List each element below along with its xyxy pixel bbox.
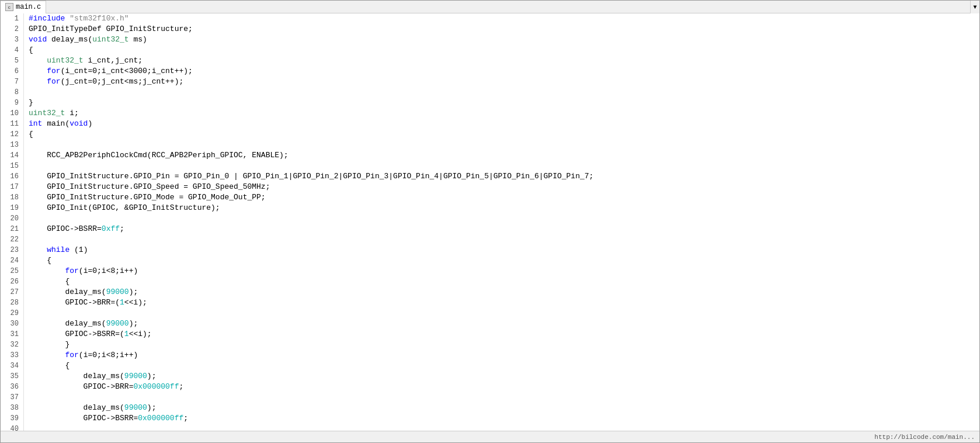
code-segment: for bbox=[65, 266, 78, 276]
line-number: 7 bbox=[1, 77, 21, 87]
code-segment: delay_ms( bbox=[29, 403, 124, 413]
code-segment: << bbox=[124, 297, 134, 308]
code-segment bbox=[29, 350, 65, 361]
line-number: 10 bbox=[1, 108, 21, 119]
line-number: -4 bbox=[1, 45, 21, 56]
code-segment: GPIO_Init(GPIOC, &GPIO_InitStructure); bbox=[29, 203, 220, 213]
code-segment: GPIOC->BRR=( bbox=[29, 297, 120, 308]
code-segment: 0xff bbox=[102, 224, 120, 234]
code-segment: delay_ms( bbox=[47, 34, 92, 45]
code-line bbox=[29, 87, 979, 98]
code-segment: i; bbox=[65, 108, 78, 119]
line-number: 38 bbox=[1, 403, 21, 413]
line-number: 5 bbox=[1, 56, 21, 66]
line-number: 20 bbox=[1, 213, 21, 224]
code-line: delay_ms(99000); bbox=[29, 319, 979, 329]
code-segment: ); bbox=[129, 287, 138, 297]
code-line: while (1) bbox=[29, 245, 979, 255]
line-number: 35 bbox=[1, 371, 21, 382]
line-number: -26 bbox=[1, 276, 21, 287]
code-line: int main(void) bbox=[29, 119, 979, 129]
c-file-icon: c bbox=[5, 3, 13, 11]
line-number: 11 bbox=[1, 119, 21, 129]
code-segment: 0x000000ff bbox=[138, 413, 183, 424]
line-number: 6 bbox=[1, 66, 21, 77]
code-line bbox=[29, 234, 979, 245]
code-segment: (i=0;i<8;i++) bbox=[79, 266, 138, 276]
line-number: 16 bbox=[1, 171, 21, 182]
line-number: -24 bbox=[1, 255, 21, 266]
code-segment bbox=[29, 66, 47, 77]
code-line: { bbox=[29, 129, 979, 140]
code-line: { bbox=[29, 276, 979, 287]
code-segment: for bbox=[47, 66, 60, 77]
line-number: 25 bbox=[1, 266, 21, 276]
code-line: GPIOC->BSRR=0x000000ff; bbox=[29, 413, 979, 424]
code-segment: { bbox=[29, 129, 33, 140]
tab-filename: main.c bbox=[16, 3, 41, 11]
code-content[interactable]: #include "stm32f10x.h"GPIO_InitTypeDef G… bbox=[24, 13, 979, 431]
code-segment: ) bbox=[88, 119, 92, 129]
line-number: 23 bbox=[1, 245, 21, 255]
code-line: GPIO_InitStructure.GPIO_Pin = GPIO_Pin_0… bbox=[29, 171, 979, 182]
code-line: } bbox=[29, 340, 979, 350]
code-segment bbox=[29, 77, 47, 87]
code-segment: RCC_APB2PeriphClockCmd(RCC_APB2Periph_GP… bbox=[29, 150, 289, 161]
code-line: void delay_ms(uint32_t ms) bbox=[29, 34, 979, 45]
code-segment: i); bbox=[133, 297, 147, 308]
code-line: { bbox=[29, 361, 979, 371]
code-segment bbox=[29, 56, 47, 66]
tab-dropdown-button[interactable]: ▼ bbox=[970, 1, 979, 13]
code-segment: ); bbox=[147, 403, 157, 413]
code-segment: 99000 bbox=[124, 403, 147, 413]
code-line: GPIO_InitStructure.GPIO_Speed = GPIO_Spe… bbox=[29, 182, 979, 192]
code-line: RCC_APB2PeriphClockCmd(RCC_APB2Periph_GP… bbox=[29, 150, 979, 161]
code-segment: 99000 bbox=[106, 319, 129, 329]
code-segment: i_cnt,j_cnt; bbox=[84, 56, 143, 66]
code-segment: { bbox=[29, 361, 69, 371]
code-segment: 99000 bbox=[106, 287, 129, 297]
code-segment: void bbox=[69, 119, 88, 129]
code-segment: uint32_t bbox=[92, 34, 128, 45]
line-number: 9 bbox=[1, 98, 21, 108]
code-segment: uint32_t bbox=[29, 108, 65, 119]
code-line: } bbox=[29, 98, 979, 108]
code-line: GPIO_Init(GPIOC, &GPIO_InitStructure); bbox=[29, 203, 979, 213]
code-line bbox=[29, 308, 979, 319]
code-line: GPIOC->BSRR=(1<<i); bbox=[29, 329, 979, 340]
code-line bbox=[29, 392, 979, 403]
code-segment bbox=[29, 245, 47, 255]
code-line bbox=[29, 161, 979, 171]
code-segment: delay_ms( bbox=[29, 371, 124, 382]
line-number: 27 bbox=[1, 287, 21, 297]
code-segment: { bbox=[29, 45, 33, 56]
line-number: 19 bbox=[1, 203, 21, 213]
code-line: delay_ms(99000); bbox=[29, 287, 979, 297]
code-segment: (j_cnt=0;j_cnt<ms;j_cnt++); bbox=[61, 77, 184, 87]
code-segment: GPIOC->BSRR= bbox=[29, 224, 102, 234]
code-segment: main( bbox=[42, 119, 69, 129]
code-line: GPIOC->BRR=0x000000ff; bbox=[29, 382, 979, 392]
code-segment: GPIO_InitStructure.GPIO_Pin = GPIO_Pin_0… bbox=[29, 171, 593, 182]
line-number: 29 bbox=[1, 308, 21, 319]
code-segment: } bbox=[29, 340, 69, 350]
code-area: 123-4567891011-121314151617181920212223-… bbox=[1, 13, 979, 431]
code-segment: << bbox=[129, 329, 138, 340]
tab-bar-right: ▼ bbox=[970, 1, 979, 13]
code-line: uint32_t i_cnt,j_cnt; bbox=[29, 56, 979, 66]
code-segment: ; bbox=[179, 382, 183, 392]
line-number: 30 bbox=[1, 319, 21, 329]
code-segment: while bbox=[47, 245, 69, 255]
code-segment: GPIO_InitStructure.GPIO_Speed = GPIO_Spe… bbox=[29, 182, 270, 192]
line-number: 13 bbox=[1, 140, 21, 150]
code-line: delay_ms(99000); bbox=[29, 403, 979, 413]
main-c-tab[interactable]: c main.c bbox=[1, 1, 46, 13]
code-segment: int bbox=[29, 119, 42, 129]
line-number: 2 bbox=[1, 24, 21, 34]
line-number: -34 bbox=[1, 361, 21, 371]
code-segment: delay_ms( bbox=[29, 319, 106, 329]
code-segment: for bbox=[65, 350, 78, 361]
code-line: delay_ms(99000); bbox=[29, 371, 979, 382]
code-segment: 0x000000ff bbox=[133, 382, 179, 392]
code-segment: (1) bbox=[69, 245, 88, 255]
